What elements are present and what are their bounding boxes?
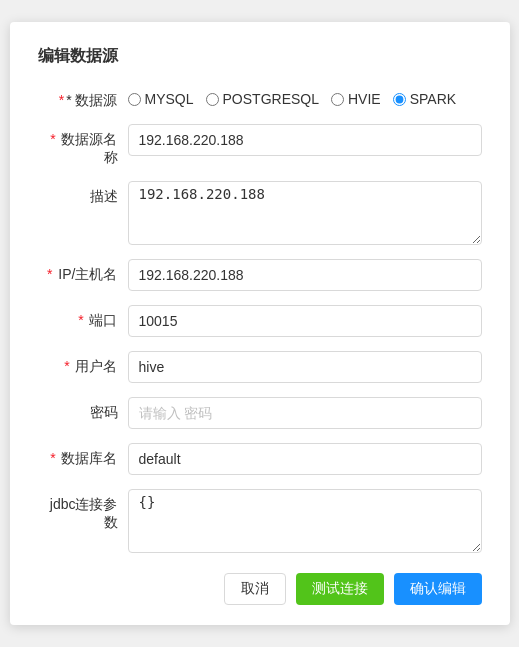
- dialog-title: 编辑数据源: [38, 46, 482, 67]
- radio-mysql[interactable]: MYSQL: [128, 91, 194, 107]
- datasource-type-row: ** 数据源 MYSQL POSTGRESQL HVIE SPARK: [38, 85, 482, 110]
- radio-group-datasource: MYSQL POSTGRESQL HVIE SPARK: [128, 85, 457, 107]
- cancel-button[interactable]: 取消: [224, 573, 286, 605]
- confirm-button[interactable]: 确认编辑: [394, 573, 482, 605]
- datasource-label: ** 数据源: [38, 85, 128, 110]
- ip-label: * IP/主机名: [38, 259, 128, 284]
- desc-row: 描述 192.168.220.188: [38, 181, 482, 245]
- port-label: * 端口: [38, 305, 128, 330]
- password-input[interactable]: [128, 397, 482, 429]
- name-label: * 数据源名称: [38, 124, 128, 167]
- ip-input[interactable]: [128, 259, 482, 291]
- username-label: * 用户名: [38, 351, 128, 376]
- name-input[interactable]: [128, 124, 482, 156]
- username-input[interactable]: [128, 351, 482, 383]
- ip-row: * IP/主机名: [38, 259, 482, 291]
- name-row: * 数据源名称: [38, 124, 482, 167]
- required-star: *: [59, 92, 64, 108]
- dbname-label: * 数据库名: [38, 443, 128, 468]
- jdbc-label: jdbc连接参数: [38, 489, 128, 532]
- desc-textarea[interactable]: 192.168.220.188: [128, 181, 482, 245]
- port-input[interactable]: [128, 305, 482, 337]
- username-row: * 用户名: [38, 351, 482, 383]
- jdbc-row: jdbc连接参数 {}: [38, 489, 482, 553]
- datasource-type-label: * 数据源: [66, 92, 117, 108]
- radio-postgresql[interactable]: POSTGRESQL: [206, 91, 319, 107]
- port-row: * 端口: [38, 305, 482, 337]
- radio-spark[interactable]: SPARK: [393, 91, 456, 107]
- dbname-row: * 数据库名: [38, 443, 482, 475]
- radio-hvie[interactable]: HVIE: [331, 91, 381, 107]
- dbname-input[interactable]: [128, 443, 482, 475]
- edit-datasource-dialog: 编辑数据源 ** 数据源 MYSQL POSTGRESQL HVIE SPARK…: [10, 22, 510, 625]
- desc-label: 描述: [38, 181, 128, 206]
- jdbc-textarea[interactable]: {}: [128, 489, 482, 553]
- test-connection-button[interactable]: 测试连接: [296, 573, 384, 605]
- footer: 取消 测试连接 确认编辑: [38, 573, 482, 605]
- password-label: 密码: [38, 397, 128, 422]
- password-row: 密码: [38, 397, 482, 429]
